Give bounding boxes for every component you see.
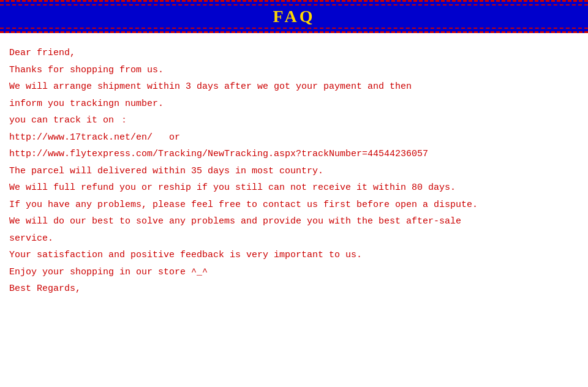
- track-link-1[interactable]: http://www.17track.net/en/: [9, 130, 153, 146]
- line-13: Your satisfaction and positive feedback …: [9, 247, 579, 263]
- line-14: Enjoy your shopping in our store ^_^: [9, 265, 579, 280]
- line-10: If you have any problems, please feel fr…: [9, 197, 579, 213]
- line-3: We will arrange shipment within 3 days a…: [9, 79, 579, 95]
- line-7[interactable]: http://www.flytexpress.com/Tracking/NewT…: [9, 146, 579, 162]
- line-9: We will full refund you or reship if you…: [9, 180, 579, 196]
- line-1: Dear friend,: [9, 45, 579, 61]
- line-12: service.: [9, 231, 579, 247]
- line-15: Best Regards,: [9, 281, 579, 297]
- line-5: you can track it on ：: [9, 113, 579, 129]
- line-6: http://www.17track.net/en/ or: [9, 130, 579, 146]
- line-11: We will do our best to solve any problem…: [9, 214, 579, 230]
- line-8: The parcel will delivered within 35 days…: [9, 163, 579, 179]
- header-bar: FAQ: [0, 0, 588, 33]
- faq-content: Dear friend, Thanks for shopping from us…: [9, 45, 579, 297]
- content-area: Dear friend, Thanks for shopping from us…: [0, 33, 588, 310]
- or-separator-1: or: [153, 130, 180, 146]
- line-2: Thanks for shopping from us.: [9, 62, 579, 78]
- line-4: inform you trackingn number.: [9, 96, 579, 112]
- faq-title: FAQ: [273, 7, 315, 26]
